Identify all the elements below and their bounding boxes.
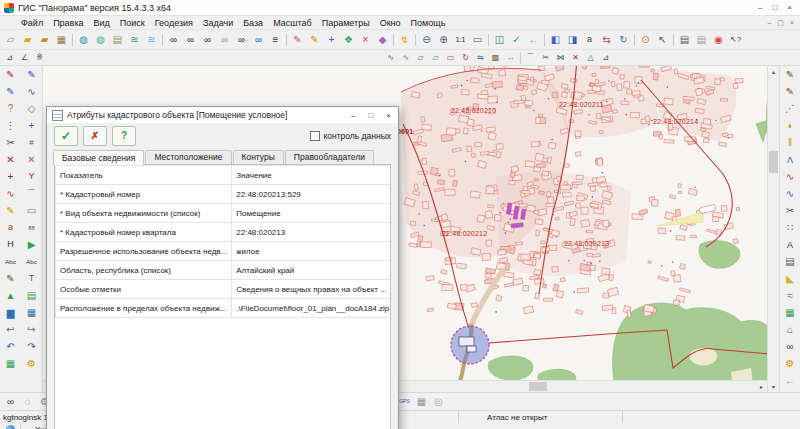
node-move-icon[interactable]: ⌒ (523, 51, 538, 64)
data-control-checkbox[interactable] (310, 131, 320, 141)
lightning-icon[interactable]: ↯ (396, 32, 413, 48)
contour-cut-icon[interactable]: ▱ (428, 51, 443, 64)
spline-icon[interactable]: ∿ (2, 185, 20, 202)
hand-pan2-icon[interactable]: ↪ (23, 321, 41, 338)
zoom-out-icon[interactable]: ⊖ (418, 32, 435, 48)
attribute-value[interactable]: .\FileDocumet\floor_01_plan__docA184.zip (232, 299, 391, 318)
attribute-row[interactable]: Особые отметкиСведения о вещных правах н… (56, 280, 392, 299)
erase-icon[interactable]: × (357, 32, 374, 48)
flashlight-icon[interactable]: ✎ (2, 270, 20, 287)
vertex-add-icon[interactable]: ∿ (398, 51, 413, 64)
menu-options[interactable]: Параметры (317, 18, 375, 28)
help-button[interactable]: ? (112, 126, 136, 146)
rotate-object-icon[interactable]: ↻ (458, 51, 473, 64)
vertical-scroll-thumb[interactable] (769, 151, 778, 173)
attribute-value[interactable]: 22:48:020213:529 (232, 185, 391, 204)
attribute-label[interactable]: * Кадастровый номер квартала (56, 223, 232, 242)
find-route-icon[interactable]: ∞ (250, 32, 267, 48)
clipboard-paste-icon[interactable]: ▤ (109, 32, 126, 48)
back-view-icon[interactable]: ← (525, 32, 542, 48)
attribute-row[interactable]: * Кадастровый номер22:48:020213:529 (56, 185, 392, 204)
delete-part-icon[interactable]: ✕ (23, 151, 41, 168)
cut-nodes-icon[interactable]: ✂ (781, 203, 799, 219)
node-y-icon[interactable]: Y (23, 168, 41, 185)
menu-edit[interactable]: Правка (48, 18, 88, 28)
refresh-map-icon[interactable]: ↻ (615, 32, 632, 48)
route-key-icon[interactable]: ⊙ (637, 32, 654, 48)
hand-sign-icon[interactable]: ▶ (23, 236, 41, 253)
attribute-label[interactable]: Область, республика (список) (56, 261, 232, 280)
add-point-icon[interactable]: + (323, 32, 340, 48)
contour-edit-icon[interactable]: ▱ (413, 51, 428, 64)
context-help-icon[interactable]: ↖? (727, 32, 744, 48)
object-list-icon[interactable]: ≡ (267, 32, 284, 48)
move-arrows-icon[interactable]: + (23, 117, 41, 134)
swap-maps-icon[interactable]: ⇆ (598, 32, 615, 48)
new-map-icon[interactable]: ▱ (2, 32, 19, 48)
select-pink-icon[interactable]: ✎ (289, 32, 306, 48)
attribute-value[interactable]: жилое (232, 242, 391, 261)
menu-geodesy[interactable]: Геодезия (150, 18, 198, 28)
geodesy-angle-icon[interactable]: ∠ (17, 51, 32, 64)
menu-view[interactable]: Вид (89, 18, 115, 28)
pane-select2-icon[interactable]: ◨ (564, 32, 581, 48)
rulers-icon[interactable]: ‖ (781, 135, 799, 151)
route-nodes2-icon[interactable]: ∿ (781, 186, 799, 202)
scissors-icon[interactable]: ✂ (2, 134, 20, 151)
table-view-icon[interactable]: ▦ (23, 304, 41, 321)
tab-rightholders[interactable]: Правообладатели (285, 150, 374, 164)
print-setup-icon[interactable]: ▤ (693, 32, 710, 48)
save-map-icon[interactable]: ▦ (53, 32, 70, 48)
vertical-scrollbar[interactable]: ▴ ▾ (767, 66, 779, 392)
geodesy-traverse-icon[interactable]: ⊿ (2, 51, 17, 64)
ws-gray-icon[interactable]: ◎ (430, 394, 447, 409)
label-a-icon[interactable]: A (781, 237, 799, 253)
hand-pan-icon[interactable]: ↩ (2, 321, 20, 338)
attribute-row[interactable]: Расположение в пределах объекта недвиж..… (56, 299, 392, 318)
scroll-down-arrow[interactable]: ▾ (768, 381, 779, 392)
menu-help[interactable]: Помощь (406, 18, 451, 28)
menu-database[interactable]: База (238, 18, 268, 28)
attributes-a-icon[interactable]: a (581, 32, 598, 48)
height-h-icon[interactable]: H (2, 236, 20, 253)
query-edit-icon[interactable]: ? (2, 100, 20, 117)
attribute-label[interactable]: * Вид объекта недвижимости (список) (56, 204, 232, 223)
close-button[interactable]: × (787, 3, 792, 12)
edit-pencil-icon[interactable]: ✎ (306, 32, 323, 48)
find-object-icon[interactable]: ∞ (165, 32, 182, 48)
attribute-label[interactable]: * Кадастровый номер (56, 185, 232, 204)
rect-object-icon[interactable]: ▭ (443, 51, 458, 64)
green-map-icon[interactable]: ❖ (340, 32, 357, 48)
hatch-object-icon[interactable]: ▩ (488, 51, 503, 64)
menu-tasks[interactable]: Задачи (198, 18, 238, 28)
layers-list-icon[interactable]: ≋ (126, 32, 143, 48)
tab-contours[interactable]: Контуры (233, 150, 284, 164)
dialog-title-bar[interactable]: Атрибуты кадастрового объекта [Помещение… (47, 107, 398, 123)
dotted-route-icon[interactable]: ⋰ (781, 101, 799, 117)
flashlight-find2-icon[interactable]: ✎ (781, 84, 799, 100)
attribute-value[interactable]: 22:48:020213 (232, 223, 391, 242)
route-nodes-icon[interactable]: ∿ (781, 169, 799, 185)
settings-gear-icon[interactable]: ⚙ (23, 355, 41, 372)
attribute-row[interactable]: * Вид объекта недвижимости (список)Помещ… (56, 204, 392, 223)
scroll-up-arrow[interactable]: ▴ (768, 66, 779, 77)
attribute-row[interactable]: * Кадастровый номер квартала22:48:020213 (56, 223, 392, 242)
diamond-edit-icon[interactable]: ◇ (23, 100, 41, 117)
dots-more-icon[interactable]: ⋮ (2, 117, 20, 134)
dialog-minimize-button[interactable]: – (351, 111, 355, 120)
minimize-button[interactable]: – (758, 3, 762, 12)
globe-save-icon[interactable]: ◍ (92, 32, 109, 48)
globe-open-icon[interactable]: ◍ (75, 32, 92, 48)
scroll-right-arrow[interactable]: ▸ (756, 381, 767, 392)
tab-basic-info[interactable]: Базовые сведения (53, 150, 144, 165)
object-delete-icon[interactable]: ✕ (568, 51, 583, 64)
cut-pencil-icon[interactable]: ✎ (2, 83, 20, 100)
attribute-row[interactable]: Область, республика (список)Алтайский кр… (56, 261, 392, 280)
triangle-tool-icon[interactable]: △ (583, 51, 598, 64)
attribute-value[interactable]: Алтайский край (232, 261, 391, 280)
open-map-icon[interactable]: ▰ (19, 32, 36, 48)
palette-icon[interactable]: ◆ (374, 32, 391, 48)
dialog-maximize-button[interactable]: □ (368, 111, 373, 120)
green-legend-icon[interactable]: ▦ (2, 355, 20, 372)
divider-icon[interactable]: Λ (781, 152, 799, 168)
